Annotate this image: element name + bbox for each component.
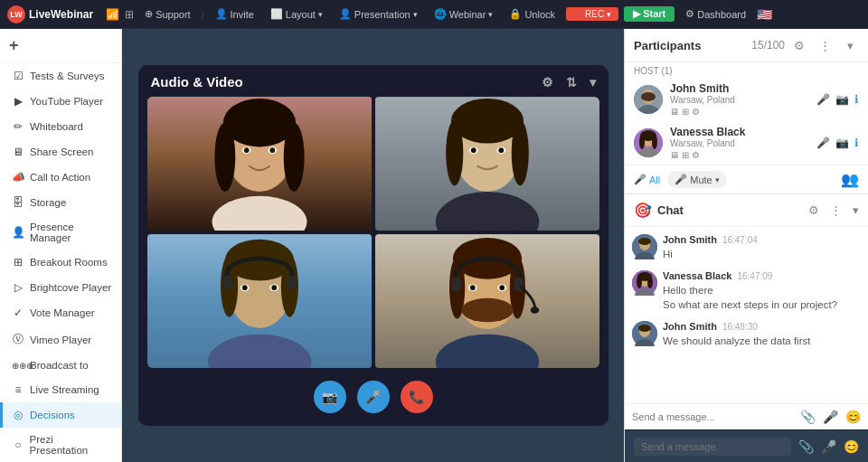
sidebar-item-share-screen[interactable]: 🖥 Share Screen <box>0 139 121 165</box>
sidebar-item-presence-manager[interactable]: 👤 Presence Manager <box>0 215 121 250</box>
mute-chevron-icon: ▾ <box>715 175 720 184</box>
unlock-button[interactable]: 🔒 Unlock <box>504 6 561 22</box>
sidebar-item-whiteboard[interactable]: ✏ Whiteboard <box>0 114 121 139</box>
john-camera-icon[interactable]: 📷 <box>835 93 849 106</box>
all-button[interactable]: 🎤 All <box>634 174 660 185</box>
sidebar-item-vimeo[interactable]: Ⓥ Vimeo Player <box>0 325 121 354</box>
camera-button[interactable]: 📷 <box>314 381 346 413</box>
sidebar-item-prezi[interactable]: ○ Prezi Presentation <box>0 428 121 462</box>
bottom-chat-input[interactable] <box>634 438 791 456</box>
sidebar-item-storage[interactable]: 🗄 Storage <box>0 190 121 215</box>
participant-item-vanessa: Vanessa Black Warsaw, Poland 🖥 ⊞ ⚙ 🎤 📷 ℹ <box>625 121 868 165</box>
action-icon: 📣 <box>12 171 24 184</box>
microphone-button[interactable]: 🎤 <box>357 381 390 413</box>
camera-icon: 📷 <box>322 390 337 404</box>
vanessa-info: Vanessa Black Warsaw, Poland 🖥 ⊞ ⚙ <box>670 126 809 160</box>
participant-item-john: John Smith Warsaw, Poland 🖥 ⊞ ⚙ 🎤 📷 ℹ <box>625 78 868 121</box>
chat-smile-icon[interactable]: 😊 <box>845 410 861 424</box>
sidebar-item-call-to-action[interactable]: 📣 Call to Action <box>0 165 121 190</box>
svg-point-58 <box>638 238 651 245</box>
bottom-attach-icon[interactable]: 📎 <box>798 439 814 454</box>
sidebar: + ☑ Tests & Surveys ▶ YouTube Player ✏ W… <box>0 29 122 462</box>
sidebar-item-broadcast[interactable]: ⊕⊕⊕ Broadcast to <box>0 354 121 377</box>
people-button[interactable]: 👥 <box>841 171 859 188</box>
chat-message-1: John Smith 16:47:04 Hi <box>632 234 861 261</box>
chat-emoji-icon: 🎯 <box>634 202 652 219</box>
sidebar-item-breakout-rooms[interactable]: ⊞ Breakout Rooms <box>0 250 121 275</box>
chat-message-input[interactable] <box>632 411 795 422</box>
bottom-smile-icon[interactable]: 😊 <box>844 439 859 454</box>
svg-point-4 <box>283 123 304 192</box>
dashboard-button[interactable]: ⚙ Dashboard <box>680 6 751 22</box>
participants-settings-icon[interactable]: ⚙ <box>790 36 808 54</box>
sidebar-item-decisions[interactable]: ◎ Decisions <box>0 402 121 428</box>
support-button[interactable]: ⊕ Support <box>139 6 196 22</box>
vanessa-camera-icon[interactable]: 📷 <box>835 137 849 149</box>
participant-video-1 <box>147 97 372 231</box>
webinar-chevron-icon: ▾ <box>488 10 493 19</box>
john-settings-icon: ⚙ <box>692 107 700 117</box>
decisions-icon: ◎ <box>12 409 24 421</box>
chat-meta-2: Vanessa Black 16:47:09 <box>663 270 861 281</box>
video-collapse-icon[interactable]: ▾ <box>590 75 596 90</box>
svg-point-54 <box>652 135 657 149</box>
chat-attach-icon[interactable]: 📎 <box>800 410 816 424</box>
vote-icon: ✓ <box>12 306 24 319</box>
vanessa-settings-icon: ⚙ <box>692 150 700 160</box>
chat-meta-3: John Smith 16:48:30 <box>663 321 861 332</box>
john-chat-avatar-2 <box>632 321 657 346</box>
bottom-mic-icon[interactable]: 🎤 <box>821 439 836 454</box>
video-more-icon[interactable]: ⇅ <box>566 75 577 90</box>
sidebar-item-brightcove[interactable]: ▷ Brightcove Player <box>0 275 121 300</box>
wifi-icon: 📶 <box>106 8 119 21</box>
broadcast-icon: ⊕⊕⊕ <box>12 361 24 371</box>
john-info: John Smith Warsaw, Poland 🖥 ⊞ ⚙ <box>670 82 809 117</box>
sidebar-add-button[interactable]: + <box>0 29 121 63</box>
participants-panel: Participants 15/100 ⚙ ⋮ ▾ HOST (1) <box>625 29 868 194</box>
chat-text-2: Hello thereSo what are next steps in our… <box>663 283 861 312</box>
hangup-button[interactable]: 📞 <box>401 381 433 413</box>
svg-point-2 <box>222 99 295 146</box>
chat-more-icon[interactable]: ⋮ <box>830 203 842 217</box>
rec-button[interactable]: REC ▾ <box>566 7 618 21</box>
john-mic-icon[interactable]: 🎤 <box>816 93 830 106</box>
rooms-icon: ⊞ <box>12 256 24 269</box>
chat-settings-icon[interactable]: ⚙ <box>808 203 819 217</box>
video-grid <box>147 97 599 368</box>
person-icon: 👤 <box>12 226 24 239</box>
video-settings-icon[interactable]: ⚙ <box>542 75 553 90</box>
vanessa-monitor-icon: 🖥 <box>670 150 679 160</box>
chat-panel: 🎯 Chat ⚙ ⋮ ▾ <box>625 194 868 429</box>
john-info-icon[interactable]: ℹ <box>854 93 859 106</box>
mute-button[interactable]: 🎤 Mute ▾ <box>667 171 726 188</box>
sidebar-item-live-streaming[interactable]: ≡ Live Streaming <box>0 377 121 402</box>
chat-time-2: 16:47:09 <box>737 271 772 281</box>
participants-collapse-icon[interactable]: ▾ <box>841 36 859 54</box>
sidebar-item-tests-surveys[interactable]: ☑ Tests & Surveys <box>0 63 121 89</box>
vanessa-location: Warsaw, Poland <box>670 138 809 148</box>
presentation-button[interactable]: 👤 Presentation ▾ <box>334 6 423 22</box>
chat-collapse-icon[interactable]: ▾ <box>853 203 859 217</box>
svg-point-8 <box>243 147 249 153</box>
vanessa-info-icon[interactable]: ℹ <box>854 137 859 149</box>
start-button[interactable]: ▶ Start <box>624 6 675 22</box>
invite-button[interactable]: 👤 Invite <box>210 6 259 22</box>
chat-sender-2: Vanessa Black <box>663 270 731 281</box>
layout-button[interactable]: ⬜ Layout ▾ <box>265 6 328 22</box>
webinar-button[interactable]: 🌐 Webinar ▾ <box>429 6 499 22</box>
svg-point-53 <box>639 135 645 149</box>
john-monitor-icon: 🖥 <box>670 107 679 117</box>
participants-count: 15/100 <box>751 39 785 52</box>
participants-more-icon[interactable]: ⋮ <box>816 36 834 54</box>
brightcove-icon: ▷ <box>12 281 24 294</box>
vanessa-mic-icon[interactable]: 🎤 <box>816 137 830 149</box>
top-navigation: LW LiveWebinar 📶 ⊞ ⊕ Support | 👤 Invite … <box>0 0 868 29</box>
chat-mic-icon[interactable]: 🎤 <box>823 410 838 424</box>
chat-text-3: We should analyze the data first <box>663 334 861 348</box>
chat-input-area: 📎 🎤 😊 <box>625 403 868 429</box>
sidebar-item-vote-manager[interactable]: ✓ Vote Manager <box>0 300 121 325</box>
sidebar-item-youtube[interactable]: ▶ YouTube Player <box>0 89 121 114</box>
svg-rect-38 <box>451 278 460 291</box>
svg-rect-27 <box>287 276 296 289</box>
svg-point-18 <box>470 147 476 153</box>
